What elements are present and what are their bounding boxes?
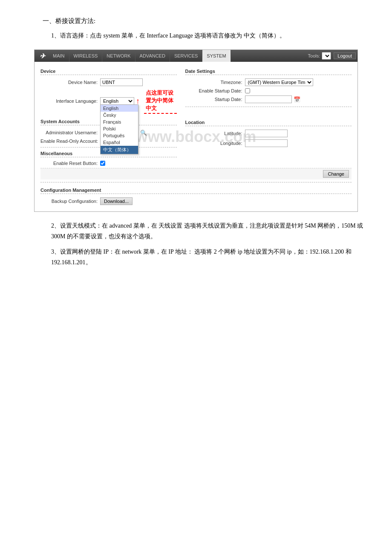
tools-select[interactable]	[322, 52, 331, 60]
left-column: Device Device Name: Interface Language: …	[40, 66, 177, 168]
reset-btn-checkbox[interactable]	[100, 161, 105, 166]
timezone-row: Timezone: (GMT) Western Europe Time	[185, 78, 352, 86]
divider2	[185, 107, 352, 107]
calendar-icon[interactable]: 📅	[294, 96, 300, 103]
enable-startup-label: Enable Startup Date:	[185, 88, 245, 93]
nav-main[interactable]: MAIN	[49, 50, 69, 62]
reset-btn-row: Enable Reset Button:	[40, 161, 177, 166]
search-icon[interactable]: 🔍	[140, 130, 147, 136]
longitude-row: Longitude:	[185, 139, 352, 147]
nav-bar: ✈ MAIN WIRELESS NETWORK ADVANCED SERVICE…	[35, 50, 357, 62]
interface-language-row: Interface Language: English ↑ English Če…	[40, 88, 177, 114]
language-select[interactable]: English	[100, 97, 134, 105]
lang-chinese[interactable]: 中文（简体）	[101, 146, 138, 154]
latitude-label: Latitude:	[185, 131, 245, 136]
timezone-select[interactable]: (GMT) Western Europe Time	[245, 78, 313, 86]
startup-date-label: Startup Date:	[185, 97, 245, 102]
config-section-title: Configuration Management	[40, 188, 352, 194]
nav-wireless[interactable]: WIRELESS	[69, 50, 103, 62]
device-name-row: Device Name:	[40, 78, 177, 86]
config-section: Configuration Management Backup Configur…	[40, 182, 352, 205]
device-name-input[interactable]	[100, 78, 143, 86]
nav-tools: Tools:	[306, 52, 334, 60]
device-section-title: Device	[40, 69, 177, 75]
lang-espanol[interactable]: Español	[101, 139, 138, 146]
router-ui-screenshot: ✈ MAIN WIRELESS NETWORK ADVANCED SERVICE…	[34, 49, 358, 212]
backup-row: Backup Configuration: Download...	[40, 197, 352, 205]
lang-english[interactable]: English	[101, 105, 138, 112]
step2: 2、设置天线模式：在 advanced 菜单，在 天线设置 选项将天线设置为垂直…	[51, 220, 366, 242]
tools-label: Tools:	[308, 53, 320, 58]
nav-logo: ✈	[36, 52, 49, 60]
longitude-input[interactable]	[245, 139, 288, 147]
nav-services[interactable]: SERVICES	[170, 50, 202, 62]
startup-date-input[interactable]	[245, 95, 292, 103]
lang-portugues[interactable]: Português	[101, 132, 138, 139]
step3: 3、设置网桥的登陆 IP：在 network 菜单，在 IP 地址： 选项将 2…	[51, 246, 366, 268]
main-content: www.bdocx.com Device Device Name: Interf…	[35, 62, 357, 211]
latitude-row: Latitude:	[185, 130, 352, 137]
date-section-title: Date Settings	[185, 69, 352, 75]
language-dropdown-container: English ↑ English Česky Français Polski …	[100, 97, 140, 106]
latitude-input[interactable]	[245, 130, 288, 137]
enable-startup-checkbox[interactable]	[245, 88, 250, 93]
step2-section: 2、设置天线模式：在 advanced 菜单，在 天线设置 选项将天线设置为垂直…	[26, 220, 366, 268]
annotation-text: 点这里可设置为中简体中文	[144, 88, 177, 114]
longitude-label: Longitude:	[185, 141, 245, 146]
lang-cesky[interactable]: Česky	[101, 112, 138, 119]
nav-network[interactable]: NETWORK	[102, 50, 135, 62]
step1: 1、语言选择：点击 system 菜单，在 Interface Language…	[51, 30, 366, 41]
download-button[interactable]: Download...	[100, 197, 133, 205]
logout-button[interactable]: Logout	[334, 52, 356, 59]
device-name-label: Device Name:	[40, 80, 100, 85]
heading1: 一、桥接设置方法:	[43, 17, 366, 25]
readonly-label: Enable Read-Only Account:	[40, 139, 101, 144]
interface-language-label: Interface Language:	[40, 98, 100, 104]
startup-date-row: Startup Date: 📅	[185, 95, 352, 103]
enable-startup-row: Enable Startup Date:	[185, 88, 352, 93]
backup-label: Backup Configuration:	[40, 199, 100, 204]
language-dropdown-menu: English Česky Français Polski Português …	[100, 104, 138, 154]
change-button[interactable]: Change	[323, 170, 349, 178]
right-column: Date Settings Timezone: (GMT) Western Eu…	[185, 66, 352, 168]
lang-francais[interactable]: Français	[101, 119, 138, 125]
nav-system[interactable]: SYSTEM	[202, 50, 231, 62]
two-col-layout: Device Device Name: Interface Language: …	[40, 66, 352, 168]
document-section: 一、桥接设置方法: 1、语言选择：点击 system 菜单，在 Interfac…	[26, 17, 366, 41]
admin-username-label: Administrator Username:	[40, 130, 100, 135]
nav-advanced[interactable]: ADVANCED	[135, 50, 170, 62]
reset-btn-label: Enable Reset Button:	[40, 161, 100, 166]
lang-polski[interactable]: Polski	[101, 125, 138, 132]
bottom-bar: Change	[40, 168, 352, 179]
timezone-label: Timezone:	[185, 80, 245, 85]
location-section-title: Location	[185, 120, 352, 126]
